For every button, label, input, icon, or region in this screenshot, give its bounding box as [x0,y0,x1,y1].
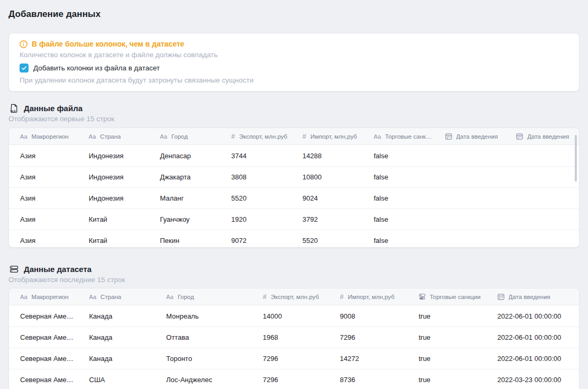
xls-file-icon: XLS [8,103,19,113]
column-header: АаГород [152,133,223,140]
warning-title-row: В файле больше колонок, чем в датасете [20,39,568,49]
table-cell: 2022-06-01 00:00:00 [489,355,579,363]
column-header-label: Экспорт, млн.руб [271,294,319,300]
column-header-label: Экспорт, млн.руб [239,133,287,140]
column-header-label: Макрорегион [32,133,69,140]
table-cell: Пекин [152,237,223,245]
table-row: АзияИндонезияМаланг55209024false [9,187,579,209]
table-cell: 2022-06-01 00:00:00 [489,312,579,320]
table-cell: true [410,333,489,341]
toggle-icon [419,293,426,300]
column-header: АаМакрорегион [9,294,81,300]
column-header: #Импорт, млн,руб [294,133,365,140]
table-cell: false [365,194,437,202]
table-cell: 7296 [332,333,410,341]
table-cell: Северная Америка [9,376,81,384]
table-cell: 1920 [223,215,294,223]
file-data-table: АаМакрорегионАаСтранаАаГород#Экспорт, мл… [8,128,580,248]
add-columns-checkbox-row[interactable]: Добавить колонки из файла в датасет [20,64,160,73]
text-type-icon: Аа [89,133,96,140]
database-icon [8,264,19,274]
add-columns-checkbox[interactable] [20,64,29,73]
file-table-header-row: АаМакрорегионАаСтранаАаГород#Экспорт, мл… [9,128,579,145]
table-cell: Азия [9,215,80,223]
column-header: АаТорговые санкц... [365,133,437,140]
column-header: Дата введения [489,293,579,300]
column-header-label: Дата введения [527,133,569,140]
table-cell: 5520 [223,194,294,202]
add-data-page: Добавление данных В файле больше колонок… [0,0,588,389]
column-header-label: Страна [100,133,121,140]
table-cell: Северная Америка [9,312,81,320]
table-cell: false [365,173,437,181]
table-cell: true [410,355,489,363]
column-header: Торговые санкции [410,293,489,300]
table-cell: 2022-03-23 00:00:00 [489,376,579,384]
table-cell: false [365,215,437,223]
table-row: Северная АмерикаКанадаОттава19687296true… [9,327,579,348]
table-cell: Гуанчжоу [152,215,223,223]
table-cell: Канада [81,312,158,320]
table-cell: Торонто [158,355,254,363]
table-cell: 2022-06-01 00:00:00 [489,333,579,341]
column-header-label: Дата введения [456,133,498,140]
table-cell: true [410,312,489,320]
table-cell: 14000 [254,312,332,320]
table-cell: 9072 [223,237,294,245]
table-cell: 3792 [294,215,365,223]
table-cell: 10800 [294,173,365,181]
table-cell: Китай [80,215,152,223]
calendar-icon [516,133,523,140]
warning-note: При удалении колонок датасета будут затр… [20,76,568,85]
svg-text:XLS: XLS [11,110,16,112]
calendar-icon [498,293,504,300]
column-header: Дата введения [508,133,579,140]
number-type-icon: # [263,293,267,301]
column-header-label: Торговые санкц... [385,133,432,140]
text-type-icon: Аа [89,294,97,300]
column-header-label: Импорт, млн,руб [310,133,357,140]
table-cell: 8736 [332,376,410,384]
dataset-section-title: Данные датасета [24,265,91,274]
table-cell: false [365,237,437,245]
table-row: Северная АмерикаСШАЛос-Анджелес72968736t… [9,369,579,389]
dataset-section-subtitle: Отображаются последние 15 строк [8,276,580,284]
table-row: АзияКитайПекин90725520false [9,230,579,248]
table-cell: Индонезия [80,152,152,160]
text-type-icon: Аа [374,133,381,140]
table-cell: 14288 [294,152,365,160]
table-cell: 3808 [223,173,294,181]
column-header-label: Торговые санкции [430,294,481,300]
file-section-title: Данные файла [24,104,82,113]
number-type-icon: # [302,133,306,140]
file-table-body: АзияИндонезияДенпасар374414288falseАзияИ… [9,145,579,248]
table-cell: США [81,376,158,384]
column-header: #Импорт, млн,руб [332,293,410,301]
table-cell: Северная Америка [9,333,81,341]
table-cell: Маланг [152,194,223,202]
table-cell: Северная Америка [9,355,81,363]
table-cell: 9008 [332,312,410,320]
table-cell: true [410,376,489,384]
number-type-icon: # [231,133,235,140]
number-type-icon: # [340,293,344,301]
column-header: #Экспорт, млн.руб [254,293,332,301]
file-section-subtitle: Отображаются первые 15 строк [8,115,580,123]
column-header: #Экспорт, млн.руб [223,133,294,140]
table-cell: Монреаль [158,312,254,320]
table-row: АзияИндонезияДенпасар374414288false [9,145,579,166]
table-cell: Оттава [158,333,254,341]
column-header-label: Импорт, млн,руб [348,294,394,300]
table-cell: 3744 [223,152,294,160]
column-header-label: Город [171,133,188,140]
table-row: АзияИндонезияДжакарта380810800false [9,166,579,187]
table-row: АзияКитайГуанчжоу19203792false [9,209,579,230]
table-cell: Азия [9,194,80,202]
table-row: Северная АмерикаКанадаМонреаль140009008t… [9,305,579,327]
file-table-scrollbar[interactable] [575,135,577,182]
column-header-label: Макрорегион [32,294,69,300]
table-cell: false [365,152,437,160]
table-cell: 1968 [254,333,332,341]
column-header: Дата введения [437,133,508,140]
table-cell: Азия [9,152,80,160]
